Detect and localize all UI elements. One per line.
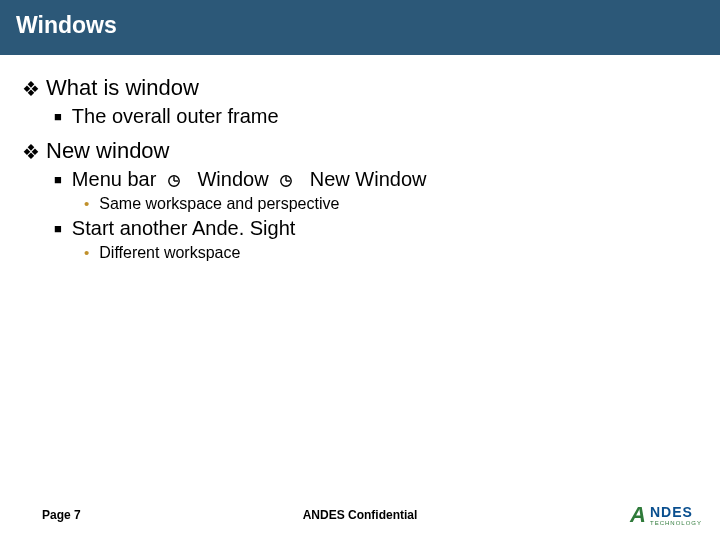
bullet-text: Start another Ande. Sight — [72, 217, 296, 240]
slide-content: ❖ What is window ■ The overall outer fra… — [0, 55, 720, 262]
square-bullet-icon: ■ — [54, 221, 62, 236]
square-bullet-icon: ■ — [54, 172, 62, 187]
arrow-right-icon — [168, 174, 186, 188]
bullet-level1: ❖ What is window — [22, 75, 698, 101]
bullet-text: What is window — [46, 75, 199, 101]
diamond-bullet-icon: ❖ — [22, 77, 40, 101]
page-number: Page 7 — [42, 508, 81, 522]
bullet-level2: ■ Start another Ande. Sight — [54, 217, 698, 240]
logo-brand: NDES — [650, 505, 702, 519]
bullet-level2: ■ The overall outer frame — [54, 105, 698, 128]
diamond-bullet-icon: ❖ — [22, 140, 40, 164]
bullet-text: The overall outer frame — [72, 105, 279, 128]
slide-title-bar: Windows — [0, 0, 720, 55]
bullet-text: Different workspace — [99, 244, 240, 262]
slide-footer: Page 7 ANDES Confidential — [0, 508, 720, 522]
dot-bullet-icon: • — [84, 195, 89, 212]
andes-logo: A NDES TECHNOLOGY — [630, 502, 702, 528]
bullet-level2: ■ Menu bar Window New Window — [54, 168, 698, 191]
dot-bullet-icon: • — [84, 244, 89, 261]
slide-title: Windows — [16, 12, 117, 38]
confidential-label: ANDES Confidential — [303, 508, 418, 522]
text-part: Window — [197, 168, 268, 190]
square-bullet-icon: ■ — [54, 109, 62, 124]
bullet-text: Menu bar Window New Window — [72, 168, 427, 191]
logo-mark-icon: A — [630, 502, 646, 528]
bullet-text: Same workspace and perspective — [99, 195, 339, 213]
logo-text: NDES TECHNOLOGY — [650, 505, 702, 526]
bullet-text: New window — [46, 138, 170, 164]
bullet-level3: • Same workspace and perspective — [84, 195, 698, 213]
bullet-level3: • Different workspace — [84, 244, 698, 262]
text-part: New Window — [310, 168, 427, 190]
logo-tagline: TECHNOLOGY — [650, 520, 702, 526]
text-part: Menu bar — [72, 168, 157, 190]
arrow-right-icon — [280, 174, 298, 188]
bullet-level1: ❖ New window — [22, 138, 698, 164]
